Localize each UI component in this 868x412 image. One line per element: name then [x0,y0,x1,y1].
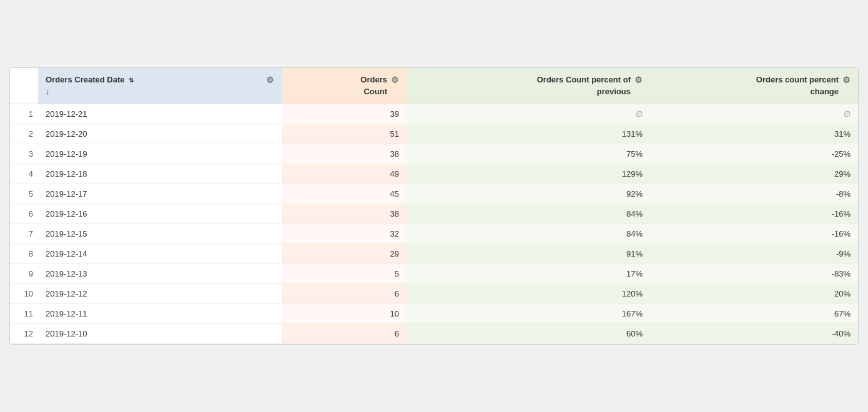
cell-percent-prev: 17% [407,263,650,283]
cell-percent-change: ∅ [650,104,858,124]
cell-percent-change: -8% [650,184,858,204]
cell-date: 2019-12-19 [38,144,282,164]
cell-percent-change: -9% [650,243,858,263]
col-header-count: Orders Count ⚙ [282,68,407,104]
table-row: 52019-12-174592%-8% [10,184,858,204]
table-row: 22019-12-2051131%31% [10,124,858,144]
cell-date: 2019-12-11 [38,303,282,323]
cell-date: 2019-12-14 [38,243,282,263]
row-number: 12 [10,323,38,343]
cell-percent-change: 31% [650,124,858,144]
cell-date: 2019-12-21 [38,104,282,124]
data-table: Orders Created Date ⇅ ↓ ⚙ Orders Count [9,67,859,344]
cell-percent-prev: ∅ [407,104,650,124]
cell-percent-change: -83% [650,263,858,283]
row-number: 2 [10,124,38,144]
cell-percent-prev: 129% [407,164,650,184]
col-percent-prev-gear-icon[interactable]: ⚙ [634,75,643,85]
col-header-percent-change: Orders count percent change ⚙ [650,68,858,104]
cell-count: 10 [282,303,407,323]
col-percent-change-label: Orders count percent change [658,74,839,97]
cell-percent-prev: 60% [407,323,650,343]
row-number: 10 [10,283,38,303]
row-number: 9 [10,263,38,283]
row-number: 6 [10,204,38,223]
table-row: 72019-12-153284%-16% [10,223,858,243]
cell-date: 2019-12-13 [38,263,282,283]
cell-count: 39 [282,104,407,124]
row-number: 4 [10,164,38,184]
cell-percent-prev: 131% [407,124,650,144]
table-row: 82019-12-142991%-9% [10,243,858,263]
table-header-row: Orders Created Date ⇅ ↓ ⚙ Orders Count [10,68,858,104]
col-count-label: Orders Count [289,74,387,97]
cell-percent-change: -40% [650,323,858,343]
col-header-percent-prev: Orders Count percent of previous ⚙ [407,68,650,104]
table-row: 122019-12-10660%-40% [10,323,858,343]
cell-percent-prev: 120% [407,283,650,303]
cell-count: 32 [282,223,407,243]
row-number: 3 [10,144,38,164]
cell-percent-prev: 75% [407,144,650,164]
cell-percent-prev: 84% [407,223,650,243]
cell-percent-change: 67% [650,303,858,323]
cell-percent-change: -16% [650,204,858,223]
table-row: 32019-12-193875%-25% [10,144,858,164]
cell-date: 2019-12-16 [38,204,282,223]
cell-percent-change: -16% [650,223,858,243]
table-row: 102019-12-126120%20% [10,283,858,303]
col-header-date: Orders Created Date ⇅ ↓ ⚙ [38,68,282,104]
cell-count: 49 [282,164,407,184]
cell-percent-prev: 84% [407,204,650,223]
table-row: 92019-12-13517%-83% [10,263,858,283]
cell-count: 45 [282,184,407,204]
cell-date: 2019-12-10 [38,323,282,343]
table-row: 112019-12-1110167%67% [10,303,858,323]
row-number: 7 [10,223,38,243]
cell-percent-change: -25% [650,144,858,164]
table-row: 62019-12-163884%-16% [10,204,858,223]
col-date-label: Orders Created Date ⇅ ↓ [46,74,262,97]
cell-count: 51 [282,124,407,144]
cell-count: 6 [282,323,407,343]
table-row: 42019-12-1849129%29% [10,164,858,184]
cell-count: 38 [282,144,407,164]
cell-percent-prev: 92% [407,184,650,204]
cell-count: 5 [282,263,407,283]
cell-count: 38 [282,204,407,223]
row-number: 1 [10,104,38,124]
row-number: 8 [10,243,38,263]
cell-percent-change: 20% [650,283,858,303]
col-header-rownum [10,68,38,104]
cell-date: 2019-12-12 [38,283,282,303]
col-date-gear-icon[interactable]: ⚙ [266,75,274,85]
col-percent-prev-label: Orders Count percent of previous [414,74,631,97]
cell-date: 2019-12-17 [38,184,282,204]
cell-percent-change: 29% [650,164,858,184]
col-percent-change-gear-icon[interactable]: ⚙ [842,75,851,85]
row-number: 11 [10,303,38,323]
table-row: 12019-12-2139∅∅ [10,104,858,124]
cell-percent-prev: 91% [407,243,650,263]
cell-date: 2019-12-15 [38,223,282,243]
cell-count: 6 [282,283,407,303]
cell-date: 2019-12-18 [38,164,282,184]
sort-icon[interactable]: ⇅ [129,77,134,84]
cell-percent-prev: 167% [407,303,650,323]
row-number: 5 [10,184,38,204]
col-count-gear-icon[interactable]: ⚙ [391,75,399,85]
cell-date: 2019-12-20 [38,124,282,144]
cell-count: 29 [282,243,407,263]
